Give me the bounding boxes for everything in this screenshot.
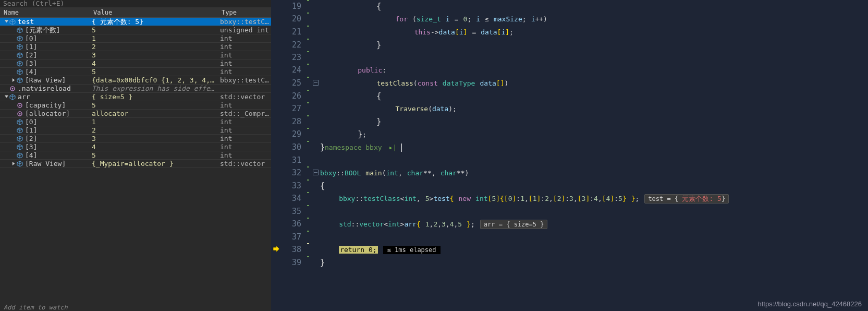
code-line[interactable]: 23 (271, 51, 868, 64)
breakpoint-gutter[interactable] (271, 128, 282, 130)
watch-row[interactable]: [3]4int (0, 59, 271, 68)
code-text[interactable]: return 0;≤ 1ms elapsed (320, 243, 868, 256)
breakpoint-gutter[interactable] (271, 0, 282, 2)
code-area[interactable]: 19 {20 for (size_t i = 0; i ≤ maxSize; i… (271, 0, 868, 311)
row-value[interactable]: 5 (90, 101, 218, 110)
code-line[interactable]: 37 (271, 231, 868, 243)
code-text[interactable]: std::vector<int>arr{ 1,2,3,4,5 };arr = {… (320, 218, 868, 231)
watch-row[interactable]: [0]1int (0, 34, 271, 43)
row-value[interactable]: 5 (90, 151, 218, 160)
breakpoint-gutter[interactable] (271, 205, 282, 207)
breakpoint-gutter[interactable] (271, 154, 282, 156)
code-text[interactable]: for (size_t i = 0; i ≤ maxSize; i++) (320, 13, 868, 26)
code-text[interactable]: { (320, 180, 868, 192)
row-value[interactable]: 3 (90, 51, 218, 59)
row-value[interactable]: 2 (90, 126, 218, 135)
breakpoint-gutter[interactable] (271, 51, 282, 53)
row-value[interactable]: This expression has side effects and wil… (90, 85, 218, 93)
row-value[interactable]: { size=5 } (90, 93, 218, 101)
code-line[interactable]: 32bbxy::BOOL main(int, char**, char**) (271, 166, 868, 180)
search-field-label[interactable]: Search (Ctrl+E) (3, 0, 64, 7)
watch-row[interactable]: [allocator]allocatorstd::_Compre... (0, 110, 271, 118)
col-name[interactable]: Name (0, 8, 90, 17)
row-value[interactable]: 1 (90, 34, 218, 43)
code-text[interactable]: bbxy::testClass<int, 5>test{ new int[5]{… (320, 192, 868, 205)
code-text[interactable]: public: (320, 64, 868, 77)
watch-row[interactable]: [元素个数]5unsigned int (0, 26, 271, 34)
row-value[interactable]: 2 (90, 43, 218, 51)
breakpoint-gutter[interactable] (271, 192, 282, 194)
watch-row[interactable]: test{ 元素个数: 5}bbxy::testCla... (0, 18, 271, 26)
breakpoint-gutter[interactable] (271, 231, 282, 233)
breakpoint-gutter[interactable] (271, 39, 282, 41)
watch-row[interactable]: [3]4int (0, 143, 271, 151)
code-text[interactable]: } (320, 39, 868, 51)
code-line[interactable]: 19 { (271, 0, 868, 13)
watch-row[interactable]: [2]3int (0, 51, 271, 59)
code-editor[interactable]: 19 {20 for (size_t i = 0; i ≤ maxSize; i… (271, 0, 868, 311)
expand-toggle[interactable] (4, 19, 9, 25)
code-text[interactable]: testClass(const dataType data[]) (320, 77, 868, 90)
watch-row[interactable]: [1]2int (0, 43, 271, 51)
col-value[interactable]: Value (90, 8, 218, 17)
code-text[interactable]: { (320, 0, 868, 13)
code-text[interactable]: }namespace bbxy ▸| (320, 141, 868, 154)
row-value[interactable]: 5 (90, 68, 218, 76)
row-value[interactable]: {_Mypair=allocator } (90, 160, 218, 168)
code-line[interactable]: 22 } (271, 39, 868, 51)
breakpoint-gutter[interactable] (271, 243, 282, 253)
row-value[interactable]: { 元素个数: 5} (90, 18, 218, 26)
breakpoint-gutter[interactable] (271, 64, 282, 66)
code-text[interactable]: } (320, 256, 868, 269)
code-line[interactable]: 36 std::vector<int>arr{ 1,2,3,4,5 };arr … (271, 218, 868, 231)
watch-row[interactable]: [Raw View]{data=0x00dbfcf0 {1, 2, 3, 4, … (0, 76, 271, 85)
breakpoint-gutter[interactable] (271, 256, 282, 258)
code-line[interactable]: 39} (271, 256, 868, 269)
breakpoint-gutter[interactable] (271, 90, 282, 92)
code-text[interactable]: Traverse(data); (320, 102, 868, 115)
breakpoint-gutter[interactable] (271, 166, 282, 169)
expand-toggle[interactable] (11, 78, 16, 83)
watch-row[interactable]: [4]5int (0, 151, 271, 160)
code-line[interactable]: 25 testClass(const dataType data[]) (271, 77, 868, 90)
code-line[interactable]: 34 bbxy::testClass<int, 5>test{ new int[… (271, 192, 868, 205)
code-text[interactable]: } (320, 115, 868, 128)
row-value[interactable]: 4 (90, 143, 218, 151)
watch-row[interactable]: [1]2int (0, 126, 271, 135)
watch-row[interactable]: [2]3int (0, 135, 271, 143)
code-text[interactable]: this->data[i] = data[i]; (320, 26, 868, 39)
breakpoint-gutter[interactable] (271, 102, 282, 104)
breakpoint-gutter[interactable] (271, 141, 282, 143)
code-line[interactable]: 35 (271, 205, 868, 218)
watch-row[interactable]: [capacity]5int (0, 101, 271, 110)
code-line[interactable]: 33{ (271, 180, 868, 192)
col-type[interactable]: Type (218, 8, 271, 17)
code-line[interactable]: 30}namespace bbxy ▸| (271, 141, 868, 154)
code-line[interactable]: 28 } (271, 115, 868, 128)
watch-row[interactable]: [Raw View]{_Mypair=allocator }std::vecto… (0, 160, 271, 168)
code-line[interactable]: 20 for (size_t i = 0; i ≤ maxSize; i++) (271, 13, 868, 26)
code-line[interactable]: 38 return 0;≤ 1ms elapsed (271, 243, 868, 256)
row-value[interactable]: allocator (90, 110, 218, 118)
expand-toggle[interactable] (4, 94, 9, 100)
code-line[interactable]: 31 (271, 154, 868, 166)
code-line[interactable]: 29 }; (271, 128, 868, 141)
add-watch-prompt[interactable]: Add item to watch (0, 303, 271, 311)
watch-row[interactable]: [0]1int (0, 118, 271, 126)
watch-row[interactable]: arr{ size=5 }std::vector (0, 93, 271, 101)
breakpoint-gutter[interactable] (271, 180, 282, 182)
code-text[interactable]: bbxy::BOOL main(int, char**, char**) (320, 166, 868, 180)
breakpoint-gutter[interactable] (271, 218, 282, 220)
code-line[interactable]: 26 { (271, 90, 868, 102)
breakpoint-gutter[interactable] (271, 77, 282, 79)
row-value[interactable]: {data=0x00dbfcf0 {1, 2, 3, 4, 5} maxSize… (90, 76, 218, 85)
code-line[interactable]: 21 this->data[i] = data[i]; (271, 26, 868, 39)
breakpoint-gutter[interactable] (271, 13, 282, 15)
code-line[interactable]: 24 public: (271, 64, 868, 77)
row-value[interactable]: 3 (90, 135, 218, 143)
code-text[interactable]: }; (320, 128, 868, 141)
code-line[interactable]: 27 Traverse(data); (271, 102, 868, 115)
watch-row[interactable]: .natvisreloadThis expression has side ef… (0, 85, 271, 93)
breakpoint-gutter[interactable] (271, 115, 282, 117)
code-text[interactable]: { (320, 90, 868, 102)
